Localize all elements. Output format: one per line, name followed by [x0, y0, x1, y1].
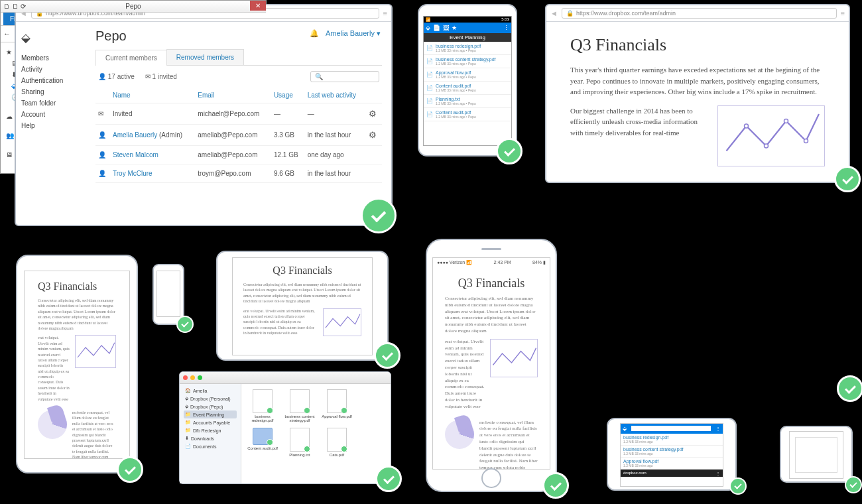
sidebar-item[interactable]: Sharing [21, 86, 81, 97]
file-row[interactable]: 📄Content audit.pdf1.2 MB 33 mins ago • P… [424, 108, 511, 121]
user-icon: 👤 [95, 164, 110, 183]
bell-icon[interactable]: 🔔 [310, 29, 319, 38]
browser-menu-icon[interactable]: ≡ [383, 9, 387, 17]
file-item[interactable]: Approval flow.pdf [321, 389, 353, 422]
line-chart [75, 335, 116, 368]
search-input[interactable]: 🔍 [310, 71, 379, 82]
member-link[interactable]: Steven Malcom [113, 151, 158, 158]
tab-current-members[interactable]: Current members [95, 50, 167, 66]
doc-paragraph: Consectetur adipiscing elit, sed diam no… [445, 296, 538, 335]
doc-paragraph: molestie consequat, vel illum dolore eu … [479, 420, 538, 470]
sidebar-item[interactable]: ⬇ Downloads [184, 434, 237, 442]
admin-console-window: ◄ 🔒https://www.dropbox.com/team/admin ≡ … [15, 4, 393, 226]
tablet-frame: Q3 Financials Consectetur adipiscing eli… [216, 251, 389, 361]
iphone-frame: ●●●● Verizon 📶2:43 PM84% ▮ Q3 Financials… [426, 239, 557, 492]
line-chart [323, 308, 361, 336]
doc-paragraph: Our biggest challenge in 2014 has been t… [570, 105, 704, 158]
col-usage[interactable]: Usage [271, 88, 305, 103]
sidebar-item[interactable]: Team folder [21, 97, 81, 109]
tablet-small-frame [780, 426, 853, 483]
sidebar-item[interactable]: 📁 Accounts Payable [184, 418, 237, 426]
mac-finder-window: 🏠 Amelia ⬙ Dropbox (Personal) ⬙ Dropbox … [179, 371, 391, 484]
dropbox-logo-icon[interactable]: ⬙ [21, 29, 81, 47]
file-row[interactable]: 📄Planning.txt1.2 MB 33 mins ago • Pepo [424, 95, 511, 108]
file-row[interactable]: business redesign.pdf1.2 MB 33 mins ago [621, 434, 723, 446]
svg-point-1 [765, 144, 769, 148]
col-activity[interactable]: Last web activity [305, 88, 366, 103]
file-row[interactable]: 📄business content strategy.pdf1.2 MB 33 … [424, 55, 511, 68]
pie-chart [38, 410, 67, 439]
file-row[interactable]: 📄business redesign.pdf1.2 MB 33 mins ago… [424, 42, 511, 55]
doc-paragraph: This year's third quarter earnings have … [570, 64, 825, 97]
document-window: ◄🔒https://www.dropbox.com/team/admin≡ Q3… [545, 4, 850, 183]
sync-check-icon [361, 198, 397, 233]
doc-paragraph: Consectetur adipiscing elit, sed diam no… [243, 282, 361, 304]
sidebar-item[interactable]: Help [21, 120, 81, 131]
sidebar-item[interactable]: Account [21, 109, 81, 120]
doc-paragraph: erat volutpat. Utvelit esim ad minim ven… [445, 339, 485, 410]
sync-check-icon [117, 456, 143, 483]
mail-icon: ✉ [95, 103, 110, 125]
sync-check-icon [834, 166, 861, 192]
file-row[interactable]: 📄Approval flow.pdf1.2 MB 33 mins ago • P… [424, 68, 511, 82]
sidebar-item[interactable]: ⬙ Dropbox (Personal) [184, 395, 237, 403]
svg-point-0 [745, 124, 749, 128]
file-row[interactable]: Approval flow.pdf1.2 MB 33 mins ago [621, 458, 723, 470]
doc-paragraph: erat volutpat. Utvelit esim ad minim ven… [38, 335, 70, 402]
member-link[interactable]: Amelia Bauerly [113, 131, 157, 139]
sidebar-item[interactable]: Activity [21, 64, 81, 75]
close-button[interactable]: ✕ [250, 1, 266, 11]
svg-point-2 [784, 119, 788, 123]
doc-title: Q3 Financials [38, 281, 116, 292]
sidebar-item[interactable]: 📁 Event Planning [184, 410, 237, 418]
url-input[interactable]: 🔒https://www.dropbox.com/team/admin [562, 8, 837, 19]
file-item[interactable]: Planning.txt [284, 428, 316, 457]
finder-file-grid: business redesign.pdfbusiness content st… [241, 384, 391, 483]
file-item[interactable]: Content audit.pdf [247, 428, 278, 457]
user-menu[interactable]: Amelia Bauerly ▾ [326, 29, 381, 38]
file-item[interactable]: business redesign.pdf [247, 389, 278, 422]
member-link[interactable]: Troy McClure [113, 170, 153, 177]
invited-count: ✉ 1 invited [145, 73, 177, 80]
home-button[interactable] [481, 468, 501, 488]
sidebar-item[interactable]: ⬙ Dropbox (Pepo) [184, 403, 237, 410]
user-icon: 👤 [95, 146, 110, 164]
file-row[interactable]: business content strategy.pdf1.2 MB 33 m… [621, 446, 723, 458]
doc-paragraph: molestie consequat, vel illum dolore eu … [72, 410, 116, 459]
sidebar-item[interactable]: 📁 Dfb Redesign [184, 426, 237, 434]
menu-icon[interactable]: ⋮ [503, 25, 509, 31]
iphone-small-frame [153, 264, 184, 325]
table-row[interactable]: ✉Invitedmichaelr@Pepo.com——⚙ [95, 103, 382, 125]
android-phone-frame: 📶5:03 ⬙📄🖼★⋮ Event Planning 📄business red… [418, 4, 517, 157]
pie-chart [445, 420, 474, 449]
file-row[interactable]: 📄Content audit.pdf1.2 MB 33 mins ago • P… [424, 82, 511, 95]
sync-check-icon [374, 342, 400, 369]
table-row[interactable]: 👤Steven Malcomameliab@Pepo.com12.1 GBone… [95, 146, 382, 164]
sync-check-icon [496, 138, 523, 164]
dropbox-icon[interactable]: ⬙ [426, 25, 430, 31]
table-row[interactable]: 👤Troy McCluretroym@Pepo.com9.6 GBin the … [95, 164, 382, 183]
doc-title: Q3 Financials [570, 35, 825, 55]
tab-removed-members[interactable]: Removed members [166, 49, 244, 65]
sidebar-item[interactable]: 📄 Documents [184, 442, 237, 450]
sync-check-icon [176, 316, 194, 333]
gear-icon[interactable]: ⚙ [366, 125, 382, 146]
line-chart [490, 339, 538, 377]
doc-paragraph: erat volutpat. Utvelit esim ad minim ven… [243, 308, 318, 336]
android-tablet-frame: Q3 Financials Consectetur adipiscing eli… [16, 255, 138, 473]
file-item[interactable]: Cats.pdf [321, 428, 353, 457]
gear-icon[interactable]: ⚙ [366, 103, 382, 125]
nav-back-icon[interactable]: ← [3, 30, 11, 38]
col-email[interactable]: Email [195, 88, 271, 103]
folder-title: Event Planning [424, 33, 511, 42]
sidebar-item[interactable]: Authentication [21, 75, 81, 86]
search-input[interactable] [631, 426, 711, 431]
file-item[interactable]: business content strategy.pdf [284, 389, 316, 422]
sidebar-item[interactable]: Members [21, 52, 81, 64]
table-row[interactable]: 👤Amelia Bauerly (Admin)ameliab@Pepo.com3… [95, 125, 382, 146]
sync-check-icon [542, 472, 569, 499]
sidebar-user[interactable]: 🏠 Amelia [184, 387, 237, 395]
col-name[interactable]: Name [110, 88, 195, 103]
android-actionbar: ⬙📄🖼★⋮ [424, 23, 511, 33]
android-landscape-frame: ⬙⋮ business redesign.pdf1.2 MB 33 mins a… [607, 418, 737, 491]
